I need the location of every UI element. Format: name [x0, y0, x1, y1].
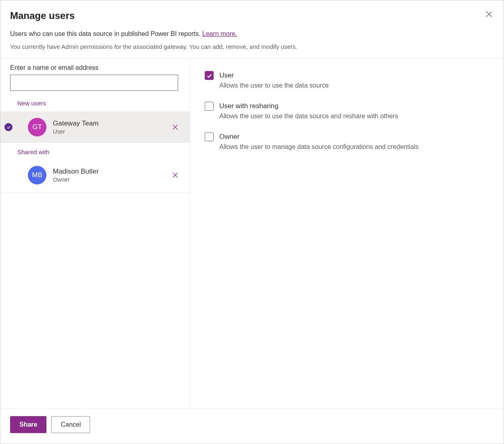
checkmark-icon	[6, 125, 11, 130]
new-users-header: New users	[0, 96, 190, 111]
search-label: Enter a name or email address	[10, 64, 180, 71]
avatar: MB	[28, 166, 46, 184]
user-row-gateway-team[interactable]: GT Gateway Team User	[0, 111, 190, 143]
checkmark-icon	[206, 73, 212, 79]
user-role: Owner	[53, 176, 169, 183]
search-section: Enter a name or email address	[0, 59, 190, 96]
selection-badge	[4, 123, 13, 131]
close-icon	[172, 172, 178, 178]
close-icon	[172, 124, 178, 130]
checkbox-label: User with resharing	[219, 101, 489, 111]
avatar: GT	[28, 118, 46, 136]
checkbox-resharing[interactable]	[205, 102, 214, 111]
remove-user-button[interactable]	[169, 121, 182, 134]
checkbox-content: Owner Allows the user to manage data sou…	[219, 132, 489, 151]
user-name: Gateway Team	[53, 119, 169, 128]
user-info: Gateway Team User	[53, 119, 169, 135]
permission-option-owner: Owner Allows the user to manage data sou…	[205, 132, 489, 151]
dialog-header: Manage users Users who can use this data…	[0, 0, 504, 59]
dialog-description: Users who can use this data source in pu…	[10, 30, 494, 38]
search-input[interactable]	[10, 75, 178, 91]
checkbox-owner[interactable]	[205, 132, 214, 141]
checkbox-desc: Allows the user to use the data source a…	[219, 112, 489, 121]
description-text: Users who can use this data source in pu…	[10, 30, 202, 37]
permission-option-user: User Allows the user to use the data sou…	[205, 71, 489, 90]
right-panel: User Allows the user to use the data sou…	[190, 59, 504, 408]
checkbox-label: Owner	[219, 132, 489, 142]
checkbox-content: User with resharing Allows the user to u…	[219, 101, 489, 121]
close-button[interactable]	[483, 8, 496, 21]
user-role: User	[53, 128, 169, 135]
checkbox-content: User Allows the user to use the data sou…	[219, 71, 489, 90]
remove-user-button[interactable]	[169, 169, 182, 182]
left-panel: Enter a name or email address New users …	[0, 59, 190, 408]
checkbox-desc: Allows the user to use the data source	[219, 81, 489, 90]
dialog-body: Enter a name or email address New users …	[0, 59, 504, 408]
user-name: Madison Butler	[53, 167, 169, 176]
manage-users-dialog: Manage users Users who can use this data…	[0, 0, 504, 444]
checkbox-label: User	[219, 71, 489, 80]
permission-option-resharing: User with resharing Allows the user to u…	[205, 101, 489, 121]
user-row-madison-butler[interactable]: MB Madison Butler Owner	[0, 159, 190, 191]
cancel-button[interactable]: Cancel	[51, 416, 90, 433]
share-button[interactable]: Share	[10, 416, 46, 433]
shared-with-header: Shared with	[0, 143, 190, 159]
dialog-footer: Share Cancel	[0, 408, 504, 444]
shared-with-section: Shared with MB Madison Butler Owner	[0, 143, 190, 193]
checkbox-desc: Allows the user to manage data source co…	[219, 142, 489, 151]
close-icon	[485, 10, 493, 18]
permission-note: You currently have Admin permissions for…	[10, 43, 494, 50]
user-info: Madison Butler Owner	[53, 167, 169, 183]
learn-more-link[interactable]: Learn more.	[202, 30, 237, 37]
dialog-title: Manage users	[10, 10, 494, 21]
checkbox-user[interactable]	[205, 71, 214, 80]
